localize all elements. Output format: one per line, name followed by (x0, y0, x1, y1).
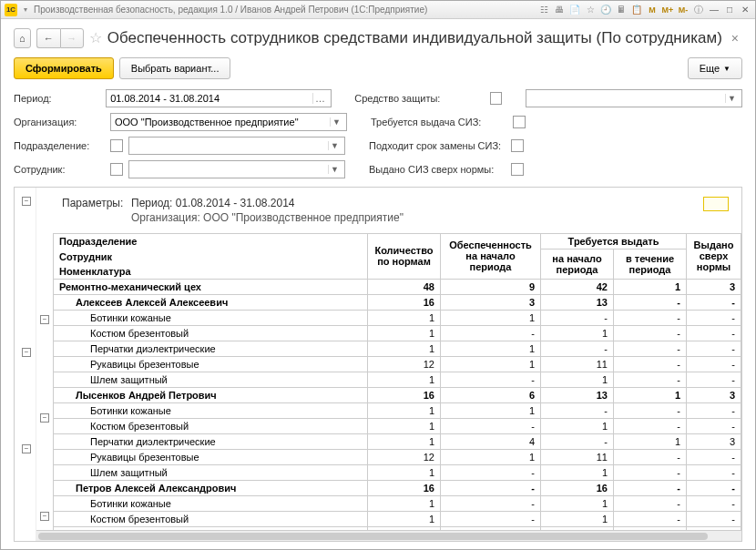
table-row[interactable]: Костюм брезентовый1-1-- (54, 511, 741, 526)
outline-collapse-node[interactable]: − (40, 512, 49, 521)
over-norm-checkbox[interactable] (511, 163, 524, 176)
tb-icon-mminus[interactable]: M- (677, 4, 690, 16)
need-issue-checkbox[interactable] (513, 116, 526, 128)
dropdown-icon[interactable]: ▼ (725, 94, 738, 103)
cell-name: Костюм брезентовый (54, 511, 368, 526)
tb-icon-3[interactable]: 📄 (568, 4, 581, 16)
table-row[interactable]: Алексеев Алексей Алексеевич16313-- (54, 294, 741, 310)
cell-nd: 1 (614, 387, 687, 402)
cell-prov: 6 (441, 387, 541, 402)
cell-prov: - (441, 372, 541, 387)
emp-checkbox[interactable] (110, 163, 123, 176)
tab-close-button[interactable]: × (728, 31, 742, 46)
outline-collapse-node[interactable]: − (40, 315, 49, 324)
tb-icon-mplus[interactable]: M+ (661, 4, 674, 16)
cell-nd: - (614, 325, 687, 341)
table-row[interactable]: Шлем защитный1-1-- (54, 464, 741, 480)
table-row[interactable]: Петров Алексей Александрович16-16-- (54, 480, 741, 495)
tb-icon-help[interactable]: ⓘ (692, 4, 705, 16)
home-button[interactable]: ⌂ (14, 28, 31, 48)
dropdown-icon[interactable]: ▼ (328, 141, 341, 150)
cell-ov: - (687, 372, 741, 387)
cell-ns: - (541, 433, 614, 449)
cell-qty: 1 (368, 402, 441, 418)
cell-name: Шлем защитный (54, 372, 368, 387)
table-row[interactable]: Костюм брезентовый1-1-- (54, 418, 741, 433)
table-row[interactable]: Ботинки кожаные1-1-- (54, 495, 741, 511)
minimize-button[interactable]: — (708, 4, 720, 16)
need-issue-label: Требуется выдача СИЗ: (371, 117, 507, 127)
period-picker-button[interactable]: … (312, 93, 327, 104)
cell-qty: 1 (368, 495, 441, 511)
toolbar: Сформировать Выбрать вариант... Еще▼ (1, 54, 755, 87)
th-emp: Сотрудник (54, 250, 368, 264)
tb-icon-1[interactable]: ☷ (537, 4, 550, 16)
close-button[interactable]: ✕ (739, 4, 751, 16)
outline-collapse-node[interactable]: − (22, 197, 31, 206)
dropdown-icon[interactable]: ▼ (330, 117, 342, 127)
outline-collapse-node[interactable]: − (22, 444, 31, 453)
favorite-star-icon[interactable]: ☆ (89, 29, 102, 47)
table-row[interactable]: Лысенков Андрей Петрович1661313 (54, 387, 741, 402)
cell-qty: 1 (368, 310, 441, 325)
protection-checkbox[interactable] (490, 92, 502, 105)
cell-ov: 3 (687, 279, 741, 294)
cell-nd: - (614, 495, 687, 511)
table-row[interactable]: Рукавицы брезентовые12111-- (54, 356, 741, 372)
cell-qty: 1 (368, 433, 441, 449)
table-row[interactable]: Ботинки кожаные11--- (54, 402, 741, 418)
maximize-button[interactable]: □ (723, 4, 736, 16)
tb-icon-2[interactable]: 🖶 (553, 4, 566, 16)
cell-nd: 1 (614, 433, 687, 449)
tb-icon-7[interactable]: 📋 (630, 4, 643, 16)
table-row[interactable]: Перчатки диэлектрические11--- (54, 341, 741, 356)
cell-prov: 9 (441, 279, 541, 294)
org-input[interactable]: ООО "Производственное предприятие"▼ (110, 113, 347, 131)
cell-ns: 13 (541, 294, 614, 310)
tb-icon-4[interactable]: ☆ (584, 4, 597, 16)
table-row[interactable]: Перчатки диэлектрические14-13 (54, 433, 741, 449)
tb-icon-5[interactable]: 🕘 (599, 4, 612, 16)
table-row[interactable]: Рукавицы брезентовые12111-- (54, 449, 741, 464)
generate-button[interactable]: Сформировать (14, 57, 114, 79)
choose-variant-button[interactable]: Выбрать вариант... (119, 57, 231, 79)
cell-qty: 12 (368, 449, 441, 464)
cell-name: Рукавицы брезентовые (54, 449, 368, 464)
table-row[interactable]: Ремонтно-механический цех4894213 (54, 279, 741, 294)
replace-due-checkbox[interactable] (511, 139, 524, 152)
table-row[interactable]: Шлем защитный1-1-- (54, 372, 741, 387)
report-content[interactable]: Параметры: Период: 01.08.2014 - 31.08.20… (36, 188, 741, 541)
cell-nd: - (614, 294, 687, 310)
horizontal-scrollbar[interactable] (36, 530, 741, 541)
more-button[interactable]: Еще▼ (688, 57, 742, 79)
cell-nd: - (614, 372, 687, 387)
back-button[interactable]: ← (36, 28, 60, 48)
dept-checkbox[interactable] (110, 139, 123, 152)
cell-name: Костюм брезентовый (54, 325, 368, 341)
params-org: Организация: ООО "Производственное предп… (62, 211, 734, 224)
period-input[interactable]: 01.08.2014 - 31.08.2014… (106, 89, 332, 107)
cell-ov: - (687, 464, 741, 480)
page-title: Обеспеченность сотрудников средствами ин… (107, 29, 722, 47)
forward-button[interactable]: → (60, 28, 84, 48)
outline-collapse-node[interactable]: − (40, 413, 49, 423)
table-row[interactable]: Ботинки кожаные11--- (54, 310, 741, 325)
table-row[interactable]: Костюм брезентовый1-1-- (54, 325, 741, 341)
outline-collapse-node[interactable]: − (22, 348, 31, 357)
cell-qty: 1 (368, 418, 441, 433)
cell-ov: - (687, 511, 741, 526)
cell-name: Ботинки кожаные (54, 495, 368, 511)
dept-input[interactable]: ▼ (128, 137, 345, 155)
protection-input[interactable]: ▼ (526, 89, 742, 107)
report-params: Параметры: Период: 01.08.2014 - 31.08.20… (36, 188, 741, 228)
emp-input[interactable]: ▼ (128, 160, 345, 178)
dropdown-icon[interactable]: ▼ (328, 165, 341, 174)
cell-ov: - (687, 480, 741, 495)
cell-ov: - (687, 402, 741, 418)
cell-prov: - (441, 418, 541, 433)
tb-icon-m[interactable]: M (646, 4, 659, 16)
protection-label: Средство защиты: (354, 93, 485, 104)
tb-icon-6[interactable]: 🖩 (615, 4, 628, 16)
app-menu-dropdown[interactable]: ▾ (21, 5, 30, 15)
cell-ov: - (687, 341, 741, 356)
